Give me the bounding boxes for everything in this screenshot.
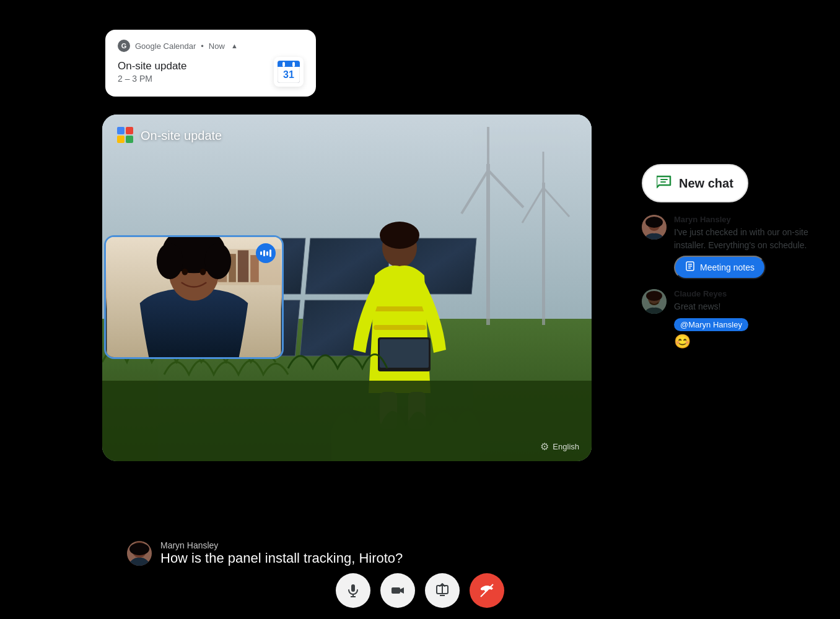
new-chat-label: New chat [679, 176, 733, 191]
maryn-avatar [642, 215, 667, 240]
maryn-message-content: Maryn Hansley I've just checked in with … [674, 215, 821, 279]
svg-rect-33 [380, 339, 429, 368]
chat-messages-list: Maryn Hansley I've just checked in with … [642, 215, 821, 350]
svg-rect-57 [351, 584, 355, 592]
new-chat-button[interactable]: New chat [642, 164, 748, 202]
meet-logo-icon [117, 127, 134, 144]
svg-rect-36 [102, 381, 592, 461]
svg-rect-40 [126, 136, 133, 143]
caption-text: How is the panel install tracking, Hirot… [160, 550, 617, 566]
chrome-icon: G [118, 40, 130, 52]
language-label: English [553, 442, 579, 451]
audio-indicator [256, 243, 276, 263]
notification-time: Now [209, 41, 225, 51]
notification-app-name: Google Calendar [135, 41, 196, 51]
maryn-message-text: I've just checked in with our on-site in… [674, 226, 821, 252]
control-bar [336, 573, 504, 608]
calendar-icon: 31 [274, 57, 304, 87]
svg-rect-38 [126, 127, 133, 134]
chat-panel: New chat Maryn Hansley I've just checked… [642, 164, 821, 350]
svg-point-50 [157, 243, 183, 279]
svg-point-52 [182, 269, 188, 275]
meeting-notes-label: Meeting notes [700, 262, 755, 272]
video-call-title: On-site update [141, 129, 222, 143]
meet-header: On-site update [117, 127, 222, 144]
caption-speaker-name: Maryn Hansley [160, 540, 617, 550]
new-chat-icon [657, 174, 672, 193]
caption-bar: Maryn Hansley How is the panel install t… [102, 540, 642, 566]
end-call-button[interactable] [470, 573, 504, 608]
settings-icon: ⚙ [540, 441, 549, 452]
present-icon [435, 583, 450, 598]
svg-point-75 [646, 291, 662, 301]
chat-message: Claude Reyes Great news! @Maryn Hansley … [642, 289, 821, 350]
svg-point-53 [200, 269, 206, 275]
caption-content: Maryn Hansley How is the panel install t… [160, 540, 617, 566]
svg-rect-8 [486, 164, 490, 325]
svg-point-29 [380, 222, 419, 249]
svg-text:31: 31 [283, 69, 294, 80]
mic-icon [346, 583, 361, 598]
language-indicator[interactable]: ⚙ English [540, 441, 579, 452]
svg-point-68 [645, 217, 663, 228]
meeting-notes-badge[interactable]: Meeting notes [674, 256, 766, 279]
svg-rect-30 [374, 306, 426, 311]
caption-speaker-avatar [127, 541, 152, 566]
svg-rect-12 [542, 183, 545, 325]
notes-icon [685, 261, 695, 274]
svg-rect-4 [282, 62, 285, 67]
svg-rect-60 [392, 587, 400, 594]
chat-message: Maryn Hansley I've just checked in with … [642, 215, 821, 279]
svg-rect-5 [292, 62, 295, 67]
notification-event-time: 2 – 3 PM [118, 74, 187, 84]
mic-button[interactable] [336, 573, 370, 608]
chevron-up-icon: ▲ [231, 42, 238, 50]
notification-event-title: On-site update [118, 60, 187, 72]
self-view-camera [104, 235, 284, 359]
svg-rect-37 [117, 127, 125, 134]
claude-message-content: Claude Reyes Great news! @Maryn Hansley … [674, 289, 821, 350]
svg-rect-31 [374, 325, 426, 330]
svg-point-56 [129, 543, 149, 555]
camera-icon [390, 583, 405, 598]
svg-rect-45 [238, 250, 248, 282]
claude-avatar [642, 289, 667, 314]
maryn-sender-name: Maryn Hansley [674, 215, 821, 224]
claude-message-text: Great news! [674, 300, 821, 313]
svg-rect-2 [278, 64, 300, 67]
calendar-notification: G Google Calendar • Now ▲ On-site update… [105, 30, 316, 97]
emoji-reaction: 😊 [674, 334, 821, 350]
claude-sender-name: Claude Reyes [674, 289, 821, 298]
end-call-icon [479, 583, 494, 598]
camera-button[interactable] [380, 573, 415, 608]
svg-point-51 [204, 243, 231, 279]
mention-chip[interactable]: @Maryn Hansley [674, 318, 748, 331]
present-button[interactable] [425, 573, 460, 608]
svg-rect-39 [117, 136, 125, 143]
